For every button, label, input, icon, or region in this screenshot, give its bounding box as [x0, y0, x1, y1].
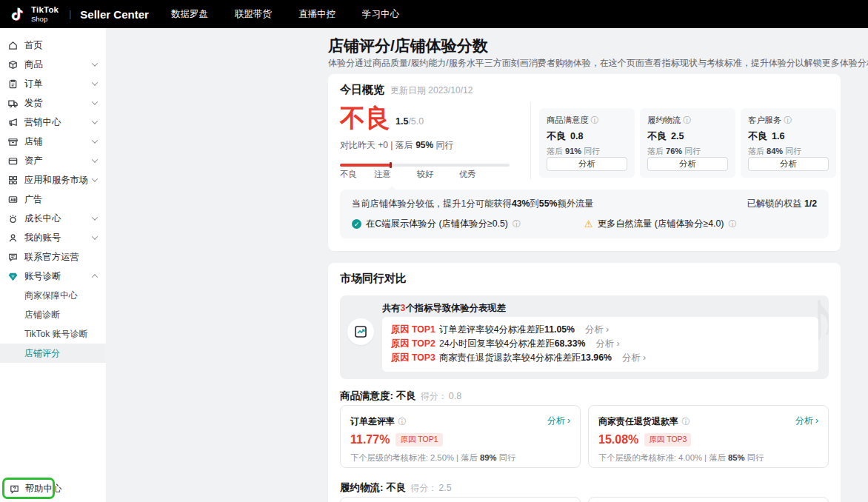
- info-icon[interactable]: ⓘ: [398, 417, 406, 426]
- top-nav: 数据罗盘 联盟带货 直播中控 学习中心: [171, 8, 399, 21]
- overview-card-header: 今日概览更新日期 2023/10/12: [340, 83, 473, 97]
- product-name[interactable]: Seller Center: [80, 8, 149, 21]
- unlocked-label: 已解锁的权益: [747, 198, 802, 209]
- content-column: 店铺评分/店铺体验分数 体验分通过商品质量/履约能力/服务水平三方面刻画消费者购…: [328, 28, 841, 502]
- brand-line1: TikTok: [31, 6, 59, 15]
- sidebar-item-assets[interactable]: 资产: [0, 151, 106, 170]
- chevron-up-icon: [92, 274, 98, 280]
- reason-analyze-link[interactable]: 分析 ›: [622, 352, 646, 364]
- section-score-label: 得分：: [410, 483, 437, 493]
- sidebar-item-shipping[interactable]: 发货: [0, 93, 106, 113]
- kpi-standard-row: 下个层级的考核标准: 4.00% | 落后 85% 同行: [598, 452, 818, 463]
- behind-label: 落后: [647, 147, 664, 155]
- sidebar-item-app-market[interactable]: 应用和服务市场: [0, 170, 106, 190]
- sidebar-item-my-account[interactable]: 我的账号: [0, 228, 106, 247]
- benefit-show-score: ✓ 在C端展示体验分 (店铺体验分≥0.5) ⓘ: [352, 218, 520, 230]
- info-icon[interactable]: ⓘ: [681, 417, 690, 426]
- sidebar-item-products[interactable]: 商品: [0, 55, 106, 74]
- nav-live-center[interactable]: 直播中控: [298, 8, 335, 21]
- grade-label: 不良: [340, 105, 390, 132]
- reason-tag: 原因 TOP1: [391, 324, 435, 336]
- behind-percent: 91%: [565, 147, 581, 155]
- kpi-name-group: 订单差评率 ⓘ: [350, 414, 406, 428]
- metric-name: 商品满意度: [547, 116, 588, 124]
- scale-label-poor: 不良: [340, 169, 357, 180]
- behind-label: 落后: [748, 147, 764, 155]
- nav-learning-center[interactable]: 学习中心: [362, 8, 399, 21]
- info-icon[interactable]: ⓘ: [513, 219, 521, 230]
- diagnosis-icon: [7, 271, 19, 282]
- chevron-down-icon: [92, 233, 98, 239]
- tiktok-note-icon: [10, 5, 27, 23]
- help-center-button[interactable]: 帮助中心: [9, 483, 61, 495]
- sidebar-subitem-shop-rating[interactable]: 店铺评分: [0, 344, 106, 363]
- info-icon[interactable]: ⓘ: [784, 116, 792, 124]
- compare-peers: 同行: [436, 140, 454, 150]
- nav-affiliate[interactable]: 联盟带货: [235, 8, 272, 21]
- metric-name-row: 商品满意度ⓘ: [547, 115, 627, 126]
- kpi-analyze-link[interactable]: 分析 ›: [547, 415, 570, 427]
- metric-grade-row: 不良1.6: [748, 130, 829, 143]
- score-max: /5.0: [408, 116, 424, 127]
- reason-percent: 11.05%: [544, 324, 575, 335]
- chevron-down-icon: [92, 214, 98, 220]
- reason-percent: 13.96%: [581, 352, 612, 363]
- analyze-button[interactable]: 分析: [748, 157, 829, 171]
- tiktok-shop-logo[interactable]: TikTok Shop: [10, 5, 59, 23]
- analyze-button[interactable]: 分析: [647, 157, 728, 171]
- analyze-button[interactable]: 分析: [547, 157, 627, 171]
- reason-tag: 原因 TOP2: [391, 338, 435, 350]
- sidebar-item-label: 店铺: [24, 135, 93, 148]
- info-icon[interactable]: ⓘ: [728, 219, 736, 230]
- metric-name: 履约物流: [647, 116, 681, 124]
- kpi-value-row: 11.77% 原因 TOP1: [350, 433, 570, 446]
- sidebar-item-contact-official[interactable]: 联系官方运营: [0, 247, 106, 267]
- info-icon[interactable]: ⓘ: [590, 116, 598, 124]
- reasons-panel: ♪ 共有3个指标导致体验分表现差 原因 TOP1 订单差评率较4分标准差距11.…: [340, 295, 829, 379]
- reasons-summary: 共有3个指标导致体验分表现差: [382, 302, 506, 315]
- sidebar-item-account-diagnosis[interactable]: 账号诊断: [0, 267, 106, 286]
- metric-card-fulfillment: 履约物流ⓘ 不良2.5 落后 76% 同行 分析: [640, 108, 735, 178]
- sidebar-subitem-tiktok-account-diagnosis[interactable]: TikTok 账号诊断: [0, 324, 106, 344]
- shipping-icon: [7, 98, 19, 109]
- chevron-down-icon: [92, 98, 98, 104]
- section-product-satisfaction-heading: 商品满意度: 不良得分：0.8: [340, 389, 461, 403]
- kpi-peers: 同行: [747, 453, 764, 462]
- score-bar-marker: [390, 162, 392, 168]
- chevron-down-icon: [92, 79, 98, 85]
- section-heading: 履约物流: 不良: [340, 482, 406, 493]
- kpi-name: 商家责任退货退款率: [598, 416, 678, 426]
- sidebar-item-shop[interactable]: 店铺: [0, 132, 106, 151]
- section-score: 2.5: [438, 483, 451, 493]
- vertical-divider: [530, 102, 531, 179]
- kpi-name: 订单差评率: [350, 416, 395, 426]
- trend-badge: [347, 318, 374, 345]
- sidebar-subitem-merchant-protection[interactable]: 商家保障中心: [0, 286, 106, 305]
- behind-label: 落后: [547, 147, 563, 155]
- home-icon: [7, 40, 19, 51]
- sidebar-item-home[interactable]: 首页: [0, 36, 106, 55]
- nav-data-compass[interactable]: 数据罗盘: [171, 8, 208, 21]
- info-icon[interactable]: ⓘ: [683, 116, 691, 124]
- chevron-down-icon: [92, 118, 98, 124]
- section-score-label: 得分：: [421, 391, 447, 401]
- sidebar-item-label: 商品: [24, 58, 93, 71]
- kpi-analyze-link[interactable]: 分析 ›: [795, 415, 818, 427]
- apps-icon: [7, 175, 19, 186]
- sidebar-item-label: 成长中心: [24, 212, 93, 225]
- marketing-icon: [7, 117, 19, 128]
- sidebar-subitem-shop-diagnosis[interactable]: 店铺诊断: [0, 305, 106, 324]
- kpi-name-group: 商家责任退货退款率 ⓘ: [598, 414, 690, 428]
- sidebar-item-ads[interactable]: 广告: [0, 190, 106, 209]
- orders-icon: [7, 78, 19, 90]
- metric-name: 客户服务: [748, 116, 781, 124]
- section-fulfillment-heading: 履约物流: 不良得分：2.5: [340, 481, 452, 495]
- sidebar-item-marketing[interactable]: 营销中心: [0, 113, 106, 132]
- sidebar-item-orders[interactable]: 订单: [0, 74, 106, 93]
- sidebar-item-label: 订单: [24, 78, 93, 90]
- reason-analyze-link[interactable]: 分析 ›: [595, 338, 619, 350]
- warning-triangle-icon: ⚠: [584, 219, 593, 229]
- sidebar-item-growth-center[interactable]: 成长中心: [0, 209, 106, 228]
- overall-grade: 不良 1.5/5.0: [340, 105, 424, 132]
- reason-analyze-link[interactable]: 分析 ›: [585, 324, 609, 336]
